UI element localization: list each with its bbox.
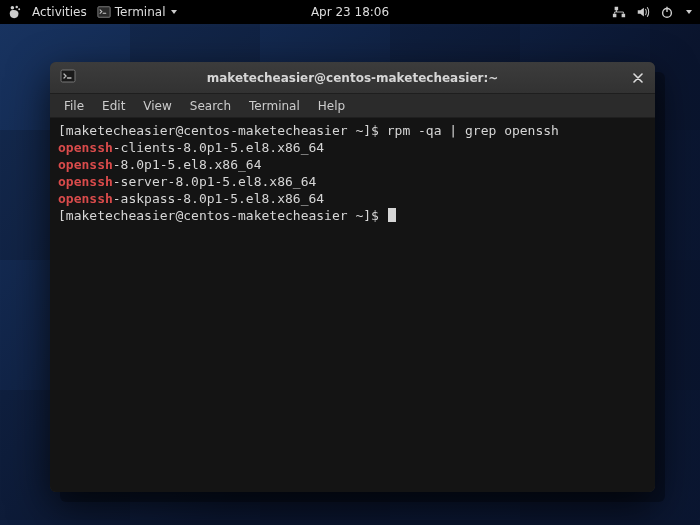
grep-match: openssh — [58, 174, 113, 189]
menu-view[interactable]: View — [135, 97, 179, 115]
menu-help[interactable]: Help — [310, 97, 353, 115]
terminal-menubar: File Edit View Search Terminal Help — [50, 94, 655, 118]
output-text: -askpass-8.0p1-5.el8.x86_64 — [113, 191, 324, 206]
app-menu-label: Terminal — [115, 5, 166, 19]
menu-search[interactable]: Search — [182, 97, 239, 115]
svg-rect-4 — [615, 7, 619, 11]
gnome-top-bar: Activities Terminal Apr 23 18:06 — [0, 0, 700, 24]
window-close-button[interactable] — [627, 67, 649, 89]
app-menu[interactable]: Terminal — [97, 5, 178, 19]
prompt: [maketecheasier@centos-maketecheasier ~]… — [58, 208, 387, 223]
chevron-down-icon — [686, 10, 692, 14]
svg-rect-9 — [61, 70, 75, 82]
volume-icon — [636, 5, 650, 19]
svg-rect-6 — [622, 14, 626, 18]
window-titlebar[interactable]: maketecheasier@centos-maketecheasier:~ — [50, 62, 655, 94]
output-text: -8.0p1-5.el8.x86_64 — [113, 157, 262, 172]
svg-point-0 — [11, 6, 15, 10]
svg-rect-3 — [98, 7, 110, 18]
terminal-titlebar-icon — [60, 68, 76, 87]
menu-terminal[interactable]: Terminal — [241, 97, 308, 115]
output-text: -server-8.0p1-5.el8.x86_64 — [113, 174, 317, 189]
clock[interactable]: Apr 23 18:06 — [311, 5, 389, 19]
prompt: [maketecheasier@centos-maketecheasier ~]… — [58, 123, 387, 138]
terminal-content[interactable]: [maketecheasier@centos-maketecheasier ~]… — [50, 118, 655, 492]
power-icon — [660, 5, 674, 19]
activities-button[interactable]: Activities — [32, 5, 87, 19]
grep-match: openssh — [58, 191, 113, 206]
svg-rect-5 — [613, 14, 617, 18]
close-icon — [633, 73, 643, 83]
svg-point-2 — [18, 8, 20, 10]
window-title: maketecheasier@centos-maketecheasier:~ — [104, 71, 601, 85]
chevron-down-icon — [171, 10, 177, 14]
terminal-window: maketecheasier@centos-maketecheasier:~ F… — [50, 62, 655, 492]
terminal-app-icon — [97, 5, 111, 19]
network-icon — [612, 5, 626, 19]
menu-file[interactable]: File — [56, 97, 92, 115]
output-text: -clients-8.0p1-5.el8.x86_64 — [113, 140, 324, 155]
system-status-area[interactable] — [612, 5, 692, 19]
svg-point-1 — [16, 6, 18, 8]
terminal-cursor — [388, 208, 396, 222]
menu-edit[interactable]: Edit — [94, 97, 133, 115]
grep-match: openssh — [58, 157, 113, 172]
command: rpm -qa | grep openssh — [387, 123, 559, 138]
grep-match: openssh — [58, 140, 113, 155]
gnome-foot-icon — [8, 5, 22, 19]
